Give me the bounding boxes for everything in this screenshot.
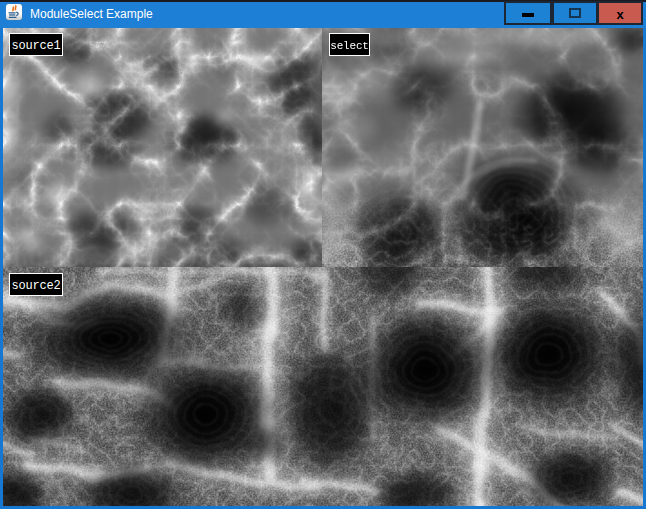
- svg-text:select: select: [330, 40, 368, 52]
- svg-text:source2: source2: [11, 279, 60, 293]
- svg-text:x: x: [616, 7, 624, 22]
- svg-text:source1: source1: [11, 39, 60, 53]
